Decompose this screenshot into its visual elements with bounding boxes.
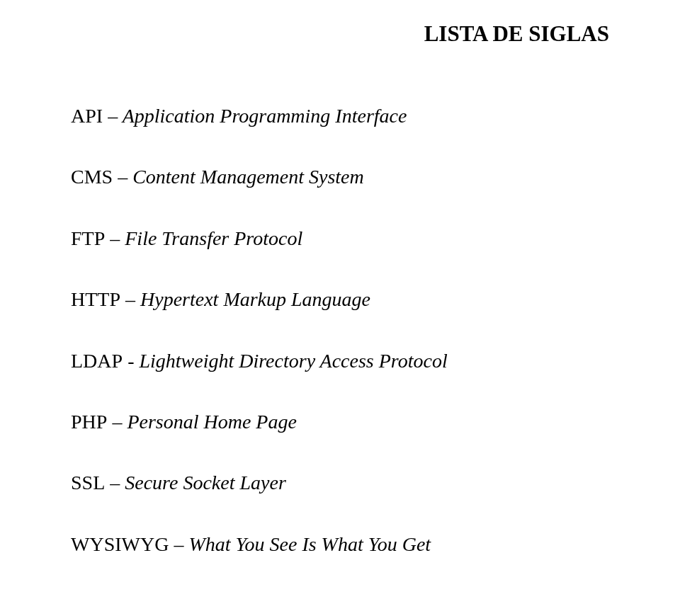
document-page: LISTA DE SIGLAS API – Application Progra… [0, 0, 680, 616]
expansion: Lightweight Directory Access Protocol [139, 350, 447, 372]
expansion: Content Management System [132, 166, 364, 188]
list-item: API – Application Programming Interface [71, 103, 609, 129]
expansion: What You See Is What You Get [188, 533, 431, 555]
separator: – [103, 105, 123, 127]
acronym: API [71, 105, 103, 127]
acronym: LDAP [71, 350, 123, 372]
list-item: FTP – File Transfer Protocol [71, 226, 609, 251]
acronym: HTTP [71, 288, 120, 310]
separator: - [123, 350, 139, 372]
acronym: PHP [71, 411, 107, 433]
acronym: SSL [71, 472, 105, 494]
acronym: CMS [71, 166, 113, 188]
expansion: Secure Socket Layer [125, 472, 286, 494]
expansion: File Transfer Protocol [125, 227, 302, 249]
separator: – [120, 288, 140, 310]
list-item: SSL – Secure Socket Layer [71, 470, 609, 496]
expansion: Personal Home Page [127, 411, 297, 433]
separator: – [113, 166, 132, 188]
list-item: LDAP - Lightweight Directory Access Prot… [71, 348, 609, 374]
page-title: LISTA DE SIGLAS [71, 21, 609, 47]
list-item: HTTP – Hypertext Markup Language [71, 287, 609, 312]
list-item: CMS – Content Management System [71, 164, 609, 190]
list-item: WYSIWYG – What You See Is What You Get [71, 532, 609, 557]
separator: – [107, 411, 127, 433]
separator: – [169, 533, 188, 555]
acronym: FTP [71, 227, 105, 249]
expansion: Application Programming Interface [123, 105, 407, 127]
acronym: WYSIWYG [71, 533, 169, 555]
list-item: PHP – Personal Home Page [71, 409, 609, 435]
separator: – [105, 472, 125, 494]
expansion: Hypertext Markup Language [140, 288, 370, 310]
separator: – [105, 227, 125, 249]
